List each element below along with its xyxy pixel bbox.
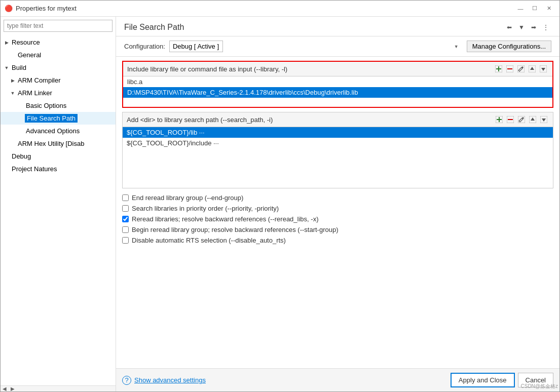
list-item[interactable]: D:\MSP430\TIVA\TivaWare_C_Series-2.1.4.1… — [123, 87, 552, 98]
end-reread-label: End reread library group (--end-group) — [132, 194, 243, 202]
sidebar-item-file-search-path[interactable]: ▶ File Search Path — [1, 112, 116, 125]
back-button[interactable]: ⬅ — [504, 22, 515, 33]
window-controls: — ☐ ✕ — [514, 4, 555, 14]
remove-library-button[interactable] — [505, 64, 515, 74]
checkbox-row-begin-reread: Begin reread library group; resolve back… — [122, 224, 553, 235]
more-options-button[interactable]: ⋮ — [540, 22, 551, 33]
disable-rts-checkbox[interactable] — [122, 237, 129, 244]
sidebar-item-label: ARM Hex Utility [Disab — [17, 139, 85, 148]
content-panel: File Search Path ⬅ ▼ ➡ ⋮ Configuration: … — [116, 17, 559, 391]
search-path-panel: Add <dir> to library search path (--sear… — [122, 112, 553, 188]
sidebar-item-arm-linker[interactable]: ▼ ARM Linker — [1, 87, 116, 99]
move-down-library-button[interactable] — [538, 64, 548, 74]
sidebar: ▶ Resource ▶ General ▼ Build — [1, 17, 116, 391]
edit-library-button[interactable] — [516, 64, 526, 74]
search-path-panel-icons — [494, 114, 549, 125]
checkbox-row-end-reread: End reread library group (--end-group) — [122, 192, 553, 203]
close-button[interactable]: ✕ — [542, 4, 555, 14]
sidebar-item-build[interactable]: ▼ Build — [1, 61, 116, 74]
list-item[interactable]: ${CG_TOOL_ROOT}/lib ··· — [123, 127, 553, 138]
list-item[interactable]: ${CG_TOOL_ROOT}/include ··· — [123, 138, 553, 148]
library-panel-icons — [494, 64, 548, 74]
disable-rts-label: Disable automatic RTS selection (--disab… — [132, 237, 286, 244]
tree: ▶ Resource ▶ General ▼ Build — [1, 35, 116, 385]
list-item[interactable]: libc.a — [123, 76, 552, 87]
reread-checkbox[interactable] — [122, 216, 129, 222]
end-reread-checkbox[interactable] — [122, 194, 129, 201]
add-library-button[interactable] — [494, 64, 504, 74]
sidebar-item-label: File Search Path — [25, 114, 78, 123]
reread-label: Reread libraries; resolve backward refer… — [132, 215, 318, 223]
edit-path-button[interactable] — [516, 114, 527, 125]
config-bar: Configuration: Debug [ Active ] Manage C… — [116, 36, 559, 57]
checkboxes-section: End reread library group (--end-group) S… — [122, 192, 553, 246]
sidebar-item-advanced-options[interactable]: ▶ Advanced Options — [1, 125, 116, 137]
expander-icon[interactable]: ▶ — [3, 38, 11, 47]
app-icon: 🔴 — [5, 5, 13, 13]
sidebar-bottom: ◀ ▶ — [1, 385, 116, 391]
main-content: ▶ Resource ▶ General ▼ Build — [1, 17, 559, 391]
forward-button[interactable]: ➡ — [528, 22, 539, 33]
scroll-right-icon[interactable]: ▶ — [9, 386, 17, 391]
list-item-text: libc.a — [127, 78, 142, 86]
back-dropdown-button[interactable]: ▼ — [516, 22, 527, 33]
sidebar-item-label: Advanced Options — [25, 127, 81, 135]
checkbox-row-disable-rts: Disable automatic RTS selection (--disab… — [122, 235, 553, 246]
move-down-path-button[interactable] — [539, 114, 549, 125]
move-up-path-button[interactable] — [528, 114, 538, 125]
header-actions: ⬅ ▼ ➡ ⋮ — [504, 22, 551, 33]
help-icon-text: ? — [125, 376, 128, 384]
content-header: File Search Path ⬅ ▼ ➡ ⋮ — [116, 17, 559, 36]
svg-rect-13 — [518, 116, 525, 123]
sidebar-item-basic-options[interactable]: ▶ Basic Options — [1, 99, 116, 112]
minimize-button[interactable]: — — [514, 4, 527, 14]
expander-icon[interactable]: ▶ — [9, 76, 17, 85]
filter-input[interactable] — [4, 20, 113, 32]
main-window: 🔴 Properties for mytext — ☐ ✕ ▶ Resource — [0, 0, 560, 392]
search-path-panel-header: Add <dir> to library search path (--sear… — [123, 112, 553, 127]
sidebar-item-arm-hex[interactable]: ▶ ARM Hex Utility [Disab — [1, 137, 116, 150]
list-item-text: D:\MSP430\TIVA\TivaWare_C_Series-2.1.4.1… — [127, 89, 358, 96]
page-title: File Search Path — [124, 23, 184, 32]
config-dropdown[interactable]: Debug [ Active ] — [169, 41, 223, 52]
svg-rect-5 — [517, 65, 525, 72]
expander-icon[interactable]: ▼ — [9, 89, 17, 97]
titlebar: 🔴 Properties for mytext — ☐ ✕ — [1, 1, 559, 17]
sidebar-item-label: ARM Compiler — [17, 76, 62, 85]
priority-checkbox[interactable] — [122, 205, 129, 212]
svg-rect-3 — [507, 68, 512, 69]
apply-close-button[interactable]: Apply and Close — [451, 373, 515, 387]
library-panel-header: Include library file or command file as … — [123, 62, 552, 76]
content-scroll: Include library file or command file as … — [116, 57, 559, 368]
sidebar-item-label: Project Natures — [11, 165, 58, 173]
config-select-wrap: Debug [ Active ] — [169, 41, 463, 52]
move-up-library-button[interactable] — [527, 64, 537, 74]
sidebar-item-label: Resource — [11, 38, 41, 47]
window-title: Properties for mytext — [16, 5, 514, 12]
restore-button[interactable]: ☐ — [528, 4, 541, 14]
svg-rect-9 — [499, 117, 500, 122]
sidebar-item-debug[interactable]: ▶ Debug — [1, 150, 116, 163]
sidebar-item-general[interactable]: ▶ General — [1, 49, 116, 61]
list-item-text: ${CG_TOOL_ROOT}/include ··· — [127, 139, 219, 147]
help-icon[interactable]: ? — [122, 376, 131, 385]
list-item-text: ${CG_TOOL_ROOT}/lib ··· — [127, 129, 205, 136]
sidebar-item-label: Debug — [11, 152, 32, 161]
add-path-button[interactable] — [494, 114, 504, 125]
begin-reread-checkbox[interactable] — [122, 226, 129, 233]
expander-icon[interactable]: ▼ — [3, 64, 11, 72]
search-path-list: ${CG_TOOL_ROOT}/lib ··· ${CG_TOOL_ROOT}/… — [123, 127, 553, 188]
remove-path-button[interactable] — [505, 114, 515, 125]
sidebar-item-arm-compiler[interactable]: ▶ ARM Compiler — [1, 74, 116, 87]
sidebar-item-project-natures[interactable]: ▶ Project Natures — [1, 163, 116, 175]
manage-configurations-button[interactable]: Manage Configurations... — [467, 41, 551, 52]
sidebar-item-label: Build — [11, 63, 27, 72]
search-path-panel-label: Add <dir> to library search path (--sear… — [127, 116, 494, 124]
checkbox-row-priority: Search libraries in priority order (--pr… — [122, 203, 553, 214]
show-advanced-link[interactable]: Show advanced settings — [134, 376, 206, 384]
sidebar-item-resource[interactable]: ▶ Resource — [1, 36, 116, 49]
scroll-left-icon[interactable]: ◀ — [1, 386, 9, 391]
sidebar-item-label: General — [17, 51, 42, 59]
library-panel: Include library file or command file as … — [122, 61, 553, 108]
begin-reread-label: Begin reread library group; resolve back… — [132, 226, 339, 233]
